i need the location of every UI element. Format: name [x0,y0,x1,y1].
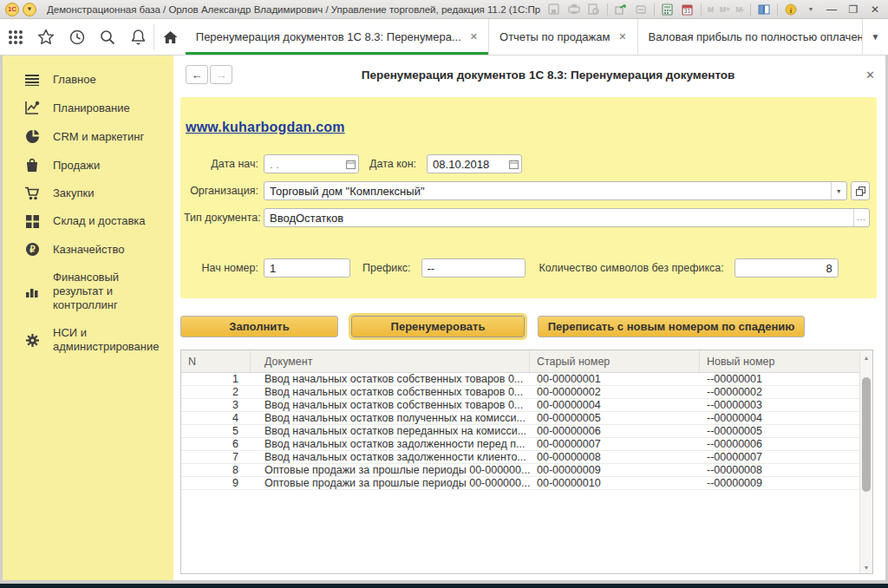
sidebar-item-crm[interactable]: CRM и маркетинг [3,122,173,151]
sidebar-item-label: Закупки [53,186,94,200]
apps-menu-button[interactable] [0,19,30,55]
table-row[interactable]: 5 Ввод начальных остатков переданных на … [181,425,872,438]
chars-count-input[interactable]: 8 [735,258,839,278]
scroll-down-icon[interactable]: ▼ [860,561,872,573]
sidebar-item-main[interactable]: Главное [3,66,173,94]
save-icon[interactable] [547,3,561,16]
action-buttons: Заполнить Перенумеровать Переписать с но… [180,316,877,337]
column-header-old-number[interactable]: Старый номер [530,350,700,372]
calendar-icon[interactable]: 31 [681,3,695,16]
info-icon[interactable]: i [784,3,798,16]
tab-close-icon[interactable]: ✕ [470,31,478,42]
sidebar-item-label: Склад и доставка [53,214,146,228]
sidebar-item-warehouse[interactable]: Склад и доставка [3,207,173,235]
cell-n: 9 [181,477,251,489]
home-button[interactable] [154,19,185,55]
date-start-value: . . [264,158,343,171]
table-scrollbar[interactable]: ▲ ▼ [859,351,872,573]
tab-label: Отчеты по продажам [500,30,610,43]
date-end-input[interactable]: 08.10.2018 [427,154,522,173]
cell-old-number: 00-00000005 [530,412,700,424]
cell-n: 5 [181,425,251,437]
organization-input[interactable]: Торговый дом "Комплексный" ▼ [264,181,847,200]
tab-renumber-documents[interactable]: Перенумерация документов 1С 8.3: Перенум… [186,19,489,55]
close-page-icon[interactable]: ✕ [864,69,877,82]
column-header-document[interactable]: Документ [251,350,530,372]
table-row[interactable]: 4 Ввод начальных остатков полученных на … [181,412,872,425]
split-window-icon[interactable] [757,3,771,16]
open-list-button[interactable] [851,181,870,200]
main-content: ← → Перенумерация документов 1С 8.3: Пер… [173,56,885,580]
maximize-button[interactable]: ❐ [846,3,861,16]
doc-type-input[interactable]: ВводОстатков ... [264,208,870,227]
history-button[interactable] [62,19,92,55]
calculator-icon[interactable] [661,3,675,16]
cell-n: 1 [181,373,251,385]
go-to-link-icon[interactable] [634,3,648,16]
cell-n: 3 [181,399,251,411]
calendar-picker-icon[interactable] [506,155,521,173]
prefix-input[interactable]: -- [421,258,526,278]
cell-new-number: --00000004 [700,412,872,424]
back-button[interactable]: ← [186,65,208,84]
tab-sales-reports[interactable]: Отчеты по продажам ✕ [489,19,638,55]
get-link-icon[interactable] [614,3,628,16]
sidebar-item-planning[interactable]: Планирование [3,94,173,122]
forward-button[interactable]: → [210,65,232,84]
memory-recall-button[interactable]: M [708,5,714,14]
info-menu-caret-icon[interactable]: ▼ [804,3,818,16]
sidebar-item-label: Продажи [53,159,100,173]
ruble-coin-icon: ₽ [23,242,41,257]
memory-add-button[interactable]: M+ [720,5,730,14]
table-row[interactable]: 7 Ввод начальных остатков задолженности … [181,451,872,464]
dropdown-caret-icon[interactable]: ▼ [831,182,846,199]
favorites-button[interactable] [30,19,61,55]
date-start-input[interactable]: . . [264,154,359,173]
toolbar: Перенумерация документов 1С 8.3: Перенум… [0,19,888,56]
sidebar-item-label: Планирование [53,101,130,115]
chars-count-label: Количество символов без префикса: [539,262,724,274]
main-menu-button[interactable]: ▼ [23,3,36,16]
search-button[interactable] [92,19,122,55]
calendar-picker-icon[interactable] [343,155,358,173]
renumber-button[interactable]: Перенумеровать [351,316,525,337]
history-icon [69,29,86,46]
tabs-overflow-button[interactable]: ▼ [862,19,888,55]
table-row[interactable]: 8 Оптовые продажи за прошлые периоды 00-… [181,464,872,477]
cell-old-number: 00-00000006 [530,425,700,437]
scrollbar-thumb[interactable] [862,377,871,492]
table-row[interactable]: 3 Ввод начальных остатков собственных то… [181,399,872,412]
start-number-input[interactable]: 1 [264,258,350,278]
choose-type-button[interactable]: ... [853,209,869,226]
column-header-n[interactable]: N [181,350,251,372]
tab-close-icon[interactable]: ✕ [618,31,626,42]
organization-value: Торговый дом "Комплексный" [264,185,831,198]
minimize-button[interactable]: — [824,3,839,16]
rewrite-descending-button[interactable]: Переписать с новым номером по спадению [538,316,805,337]
table-row[interactable]: 6 Ввод начальных остатков задолженности … [181,438,872,451]
memory-subtract-button[interactable]: M- [736,5,745,14]
scroll-up-icon[interactable]: ▲ [860,351,872,363]
cell-document: Ввод начальных остатков полученных на ко… [251,412,530,424]
print-preview-icon[interactable] [587,3,601,16]
sidebar-item-administration[interactable]: НСИ и администрирование [3,319,173,361]
home-icon [162,29,179,45]
close-window-button[interactable]: ✕ [867,3,883,16]
sidebar-item-financial-result[interactable]: Финансовый результат и контроллинг [3,264,173,319]
print-icon[interactable] [567,3,581,16]
fill-button[interactable]: Заполнить [180,316,338,337]
scrollbar-track[interactable] [860,363,872,561]
chars-count-value: 8 [735,262,838,275]
notifications-button[interactable] [123,19,153,55]
sidebar-item-purchases[interactable]: Закупки [3,180,173,207]
site-link[interactable]: www.kuharbogdan.com [186,120,345,135]
cell-document: Ввод начальных остатков переданных на ко… [251,425,530,437]
table-row[interactable]: 2 Ввод начальных остатков собственных то… [181,386,872,399]
table-row[interactable]: 1 Ввод начальных остатков собственных то… [181,373,872,386]
table-row[interactable]: 9 Оптовые продажи за прошлые периоды 00-… [181,477,872,490]
column-header-new-number[interactable]: Новый номер [700,350,872,372]
tab-gross-profit[interactable]: Валовая прибыль по полностью оплаченным … [638,19,862,55]
sidebar-item-treasury[interactable]: ₽ Казначейство [3,235,173,264]
sidebar-item-sales[interactable]: Продажи [3,151,173,180]
cell-new-number: --00000001 [700,373,872,385]
